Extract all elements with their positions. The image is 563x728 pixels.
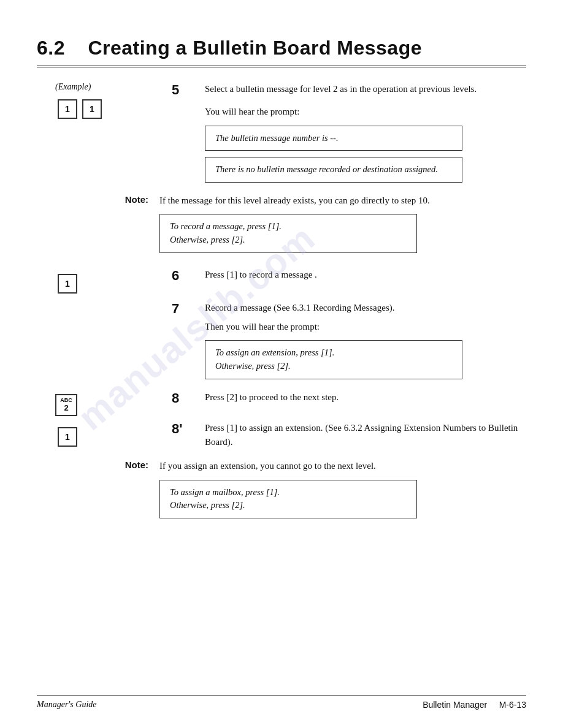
step-5-content: Select a bulletin message for level 2 as…	[205, 82, 526, 189]
content-area: (Example) 1 1 5 Select a bulletin messag…	[37, 82, 526, 570]
note-row-1: Note: If the message for this level alre…	[37, 194, 526, 259]
key-step6: 1	[58, 274, 77, 294]
step-8-instruction: Press [2] to proceed to the next step.	[205, 390, 526, 404]
note-2-label: Note:	[37, 459, 159, 470]
prompt-box-record-or-not: To record a message, press [1]. Otherwis…	[159, 214, 417, 253]
prompt-box-bulletin-number: The bulletin message number is --.	[205, 126, 462, 151]
key-step8prime: 1	[58, 427, 77, 447]
step-8prime-main: 8' Press [1] to assign an extension. (Se…	[172, 421, 526, 455]
step-7-content: Record a message (See 6.3.1 Recording Me…	[205, 301, 526, 385]
chapter-title-block: 6.2 Creating a Bulletin Board Message	[37, 0, 526, 67]
step-5-row: (Example) 1 1 5 Select a bulletin messag…	[37, 82, 526, 189]
footer-right: Bulletin Manager M-6-13	[423, 700, 526, 710]
step-8-left: ABC 2	[37, 390, 172, 416]
step-6-content: Press [1] to record a message .	[205, 268, 526, 287]
note-2-content: If you assign an extension, you cannot g…	[159, 459, 526, 525]
step-7-number: 7	[172, 301, 199, 317]
step-5-instruction: Select a bulletin message for level 2 as…	[205, 82, 526, 96]
step-8prime-left: 1	[37, 421, 172, 449]
keys-row-8prime: 1	[55, 425, 172, 449]
footer: Manager's Guide Bulletin Manager M-6-13	[37, 695, 526, 710]
step-8prime-number: 8'	[172, 421, 199, 437]
example-label: (Example)	[55, 82, 172, 92]
step-8-number: 8	[172, 390, 199, 406]
step-8prime-content: Press [1] to assign an extension. (See 6…	[205, 421, 526, 455]
step-8-row: ABC 2 8 Press [2] to proceed to the next…	[37, 390, 526, 416]
key-1b: 1	[82, 99, 102, 119]
step-5-prompt-intro: You will hear the prompt:	[205, 105, 526, 119]
step-5-number: 5	[172, 82, 199, 98]
step-6-number: 6	[172, 268, 199, 284]
step-8-content: Press [2] to proceed to the next step.	[205, 390, 526, 409]
step-6-main: 6 Press [1] to record a message .	[172, 268, 526, 287]
step-7-row: 7 Record a message (See 6.3.1 Recording …	[37, 301, 526, 385]
step-7-main: 7 Record a message (See 6.3.1 Recording …	[172, 301, 526, 385]
step-6-row: 1 6 Press [1] to record a message .	[37, 268, 526, 296]
note-row-2: Note: If you assign an extension, you ca…	[37, 459, 526, 525]
prompt-box-assign-mailbox: To assign a mailbox, press [1]. Otherwis…	[159, 480, 417, 519]
note-2-text: If you assign an extension, you cannot g…	[159, 459, 526, 473]
keys-row-8: ABC 2	[55, 394, 172, 416]
keys-row-5: 1 1	[55, 97, 172, 121]
keys-row-6: 1	[55, 271, 172, 296]
footer-left: Manager's Guide	[37, 700, 96, 710]
step-8-main: 8 Press [2] to proceed to the next step.	[172, 390, 526, 409]
step-6-instruction: Press [1] to record a message .	[205, 268, 526, 282]
step-7-instruction: Record a message (See 6.3.1 Recording Me…	[205, 301, 526, 315]
prompt-box-no-bulletin: There is no bulletin message recorded or…	[205, 157, 462, 183]
step-6-left: 1	[37, 268, 172, 296]
note-1-text: If the message for this level already ex…	[159, 194, 526, 208]
note-1-label: Note:	[37, 194, 159, 205]
key-1a: 1	[58, 99, 77, 119]
note-1-content: If the message for this level already ex…	[159, 194, 526, 259]
step-8prime-row: 1 8' Press [1] to assign an extension. (…	[37, 421, 526, 455]
step-8prime-instruction: Press [1] to assign an extension. (See 6…	[205, 421, 526, 450]
page: manualslib.com 6.2 Creating a Bulletin B…	[0, 0, 563, 728]
footer-center: Bulletin Manager	[423, 700, 487, 710]
chapter-title: Creating a Bulletin Board Message	[88, 37, 422, 59]
step-5-main: 5 Select a bulletin message for level 2 …	[172, 82, 526, 189]
step-5-left: (Example) 1 1	[37, 82, 172, 121]
prompt-box-assign-extension: To assign an extension, press [1]. Other…	[205, 340, 462, 379]
key-abc-2: ABC 2	[55, 394, 77, 416]
step-7-then-prompt: Then you will hear the prompt:	[205, 320, 526, 334]
chapter-number: 6.2	[37, 37, 65, 59]
footer-page: M-6-13	[499, 700, 526, 710]
